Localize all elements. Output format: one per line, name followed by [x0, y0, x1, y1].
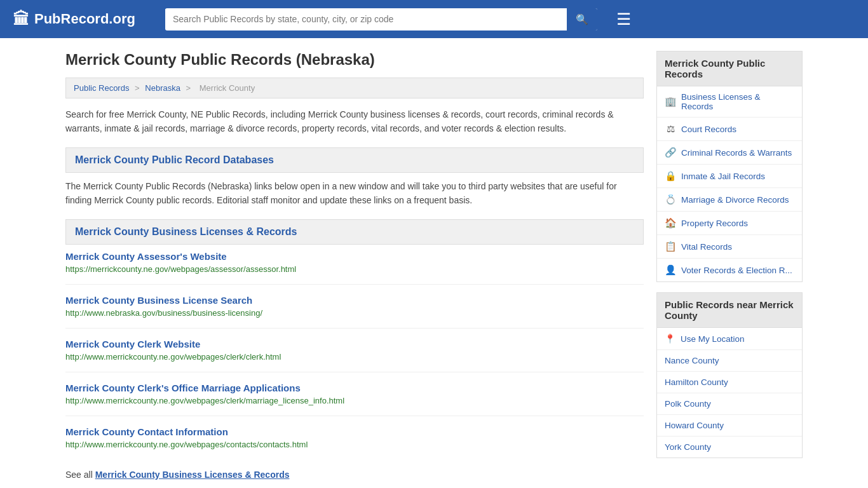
- record-item: Merrick County Business License Search h…: [65, 295, 644, 329]
- sidebar-link-court[interactable]: Court Records: [681, 125, 736, 134]
- breadcrumb-public-records[interactable]: Public Records: [74, 83, 129, 93]
- content-area: Merrick County Public Records (Nebraska)…: [65, 51, 644, 480]
- nearby-county-nance[interactable]: Nance County: [657, 350, 802, 372]
- record-title-5[interactable]: Merrick County Contact Information: [65, 426, 644, 437]
- search-icon: 🔍: [576, 14, 588, 25]
- sidebar-link-criminal[interactable]: Criminal Records & Warrants: [681, 148, 792, 158]
- record-url-1[interactable]: https://merrickcounty.ne.gov/webpages/as…: [65, 264, 296, 274]
- record-title-4[interactable]: Merrick County Clerk's Office Marriage A…: [65, 383, 644, 393]
- record-url-5[interactable]: http://www.merrickcounty.ne.gov/webpages…: [65, 440, 308, 449]
- voter-icon: 👤: [665, 264, 676, 276]
- menu-button[interactable]: ☰: [616, 10, 631, 29]
- intro-text: Search for free Merrick County, NE Publi…: [65, 107, 644, 136]
- breadcrumb-sep-1: >: [135, 83, 142, 93]
- record-title-1[interactable]: Merrick County Assessor's Website: [65, 251, 644, 262]
- record-item: Merrick County Contact Information http:…: [65, 426, 644, 459]
- sidebar-link-vital[interactable]: Vital Records: [681, 242, 732, 252]
- property-icon: 🏠: [665, 217, 676, 229]
- nearby-county-hamilton[interactable]: Hamilton County: [657, 372, 802, 393]
- record-item: Merrick County Clerk's Office Marriage A…: [65, 383, 644, 416]
- database-body-text: The Merrick County Public Records (Nebra…: [65, 179, 644, 208]
- sidebar-item-voter-records[interactable]: 👤 Voter Records & Election R...: [657, 259, 802, 281]
- sidebar: Merrick County Public Records 🏢 Business…: [656, 51, 803, 480]
- use-my-location-label: Use My Location: [681, 334, 745, 344]
- sidebar-item-property-records[interactable]: 🏠 Property Records: [657, 212, 802, 235]
- logo-icon: 🏛: [13, 10, 29, 29]
- sidebar-link-voter[interactable]: Voter Records & Election R...: [681, 266, 792, 275]
- record-title-3[interactable]: Merrick County Clerk Website: [65, 339, 644, 349]
- database-section-heading: Merrick County Public Record Databases: [65, 147, 644, 173]
- sidebar-item-vital-records[interactable]: 📋 Vital Records: [657, 235, 802, 259]
- breadcrumb-nebraska[interactable]: Nebraska: [145, 83, 180, 93]
- sidebar-link-marriage[interactable]: Marriage & Divorce Records: [681, 195, 789, 205]
- vital-icon: 📋: [665, 241, 676, 252]
- record-url-3[interactable]: http://www.merrickcounty.ne.gov/webpages…: [65, 352, 281, 362]
- breadcrumb-merrick: Merrick County: [200, 83, 255, 93]
- page-title: Merrick County Public Records (Nebraska): [65, 51, 644, 69]
- record-item: Merrick County Clerk Website http://www.…: [65, 339, 644, 372]
- site-header: 🏛 PubRecord.org 🔍 ☰: [0, 0, 868, 38]
- inmate-icon: 🔒: [665, 170, 676, 182]
- main-wrapper: Merrick County Public Records (Nebraska)…: [53, 38, 815, 488]
- court-icon: ⚖: [665, 123, 676, 135]
- use-my-location-button[interactable]: 📍 Use My Location: [657, 328, 802, 350]
- records-list: Merrick County Assessor's Website https:…: [65, 251, 644, 459]
- record-item: Merrick County Assessor's Website https:…: [65, 251, 644, 285]
- criminal-icon: 🔗: [665, 147, 676, 158]
- breadcrumb-sep-2: >: [186, 83, 193, 93]
- record-url-4[interactable]: http://www.merrickcounty.ne.gov/webpages…: [65, 396, 344, 405]
- sidebar-item-criminal-records[interactable]: 🔗 Criminal Records & Warrants: [657, 141, 802, 165]
- record-title-2[interactable]: Merrick County Business License Search: [65, 295, 644, 306]
- sidebar-nearby-box: Public Records near Merrick County 📍 Use…: [656, 292, 803, 458]
- sidebar-nearby-title: Public Records near Merrick County: [657, 293, 802, 328]
- sidebar-item-inmate-records[interactable]: 🔒 Inmate & Jail Records: [657, 165, 802, 188]
- sidebar-public-records-title: Merrick County Public Records: [657, 51, 802, 86]
- sidebar-link-inmate[interactable]: Inmate & Jail Records: [681, 172, 765, 181]
- sidebar-link-business[interactable]: Business Licenses & Records: [681, 92, 794, 111]
- sidebar-item-marriage-records[interactable]: 💍 Marriage & Divorce Records: [657, 188, 802, 212]
- see-all-text: See all Merrick County Business Licenses…: [65, 470, 644, 480]
- sidebar-item-court-records[interactable]: ⚖ Court Records: [657, 118, 802, 141]
- search-input[interactable]: [165, 9, 567, 29]
- nearby-county-polk[interactable]: Polk County: [657, 393, 802, 415]
- nearby-county-york[interactable]: York County: [657, 437, 802, 458]
- business-section-heading: Merrick County Business Licenses & Recor…: [65, 219, 644, 245]
- location-icon: 📍: [665, 334, 675, 344]
- breadcrumb: Public Records > Nebraska > Merrick Coun…: [65, 78, 644, 98]
- sidebar-public-records-box: Merrick County Public Records 🏢 Business…: [656, 51, 803, 282]
- marriage-icon: 💍: [665, 194, 676, 205]
- see-all-link[interactable]: Merrick County Business Licenses & Recor…: [95, 470, 290, 480]
- logo-text: PubRecord.org: [34, 11, 135, 27]
- record-url-2[interactable]: http://www.nebraska.gov/business/busines…: [65, 308, 262, 318]
- sidebar-link-property[interactable]: Property Records: [681, 219, 748, 228]
- logo[interactable]: 🏛 PubRecord.org: [13, 10, 153, 29]
- search-button[interactable]: 🔍: [567, 8, 597, 30]
- business-icon: 🏢: [665, 96, 676, 107]
- nearby-county-howard[interactable]: Howard County: [657, 415, 802, 437]
- menu-icon: ☰: [616, 10, 631, 29]
- sidebar-item-business-licenses[interactable]: 🏢 Business Licenses & Records: [657, 86, 802, 118]
- search-bar: 🔍: [165, 8, 597, 30]
